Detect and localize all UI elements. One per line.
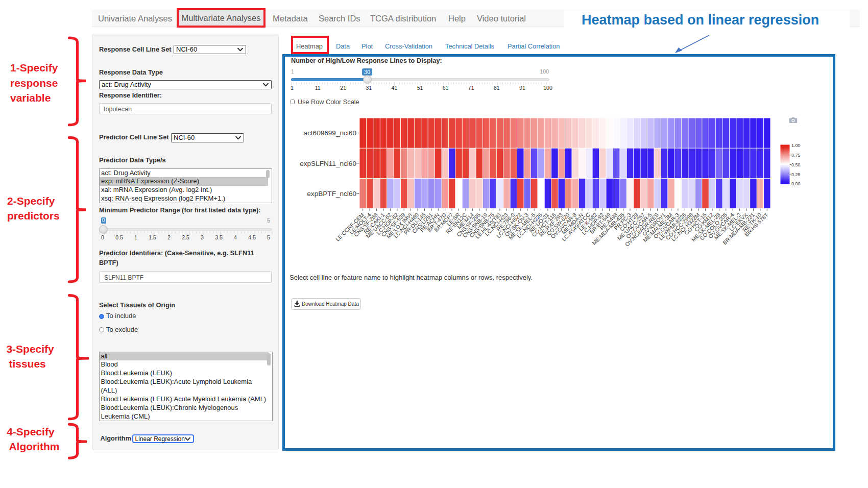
svg-text:0.50: 0.50 — [791, 162, 801, 167]
svg-text:0.75: 0.75 — [791, 153, 801, 158]
svg-text:0.25: 0.25 — [791, 172, 801, 177]
svg-text:1.00: 1.00 — [791, 143, 801, 148]
svg-text:0.00: 0.00 — [791, 181, 801, 186]
svg-text:act609699_nci60: act609699_nci60 — [303, 129, 356, 137]
svg-text:expBPTF_nci60: expBPTF_nci60 — [307, 190, 356, 198]
svg-text:expSLFN11_nci60: expSLFN11_nci60 — [300, 160, 356, 167]
